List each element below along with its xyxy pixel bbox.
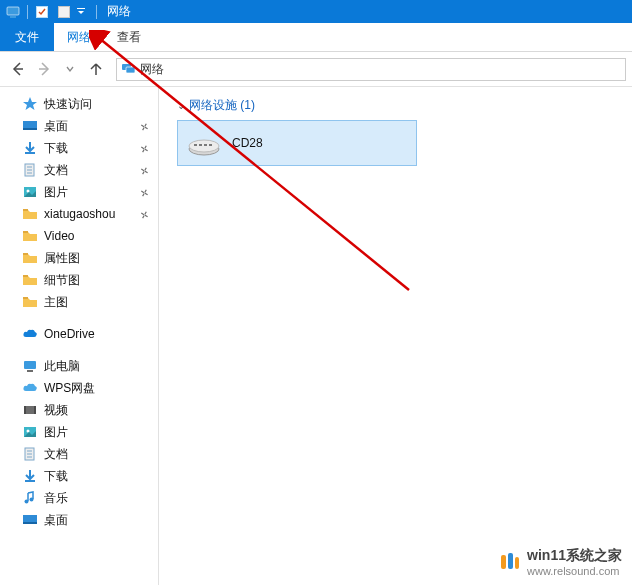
tab-network[interactable]: 网络: [54, 23, 104, 51]
sidebar-item-label: 桌面: [44, 512, 68, 529]
qat-divider: [27, 5, 28, 19]
chevron-down-icon: ⌄: [177, 100, 185, 111]
nav-forward-button[interactable]: [32, 57, 56, 81]
sidebar-item-label: Video: [44, 229, 74, 243]
svg-rect-40: [199, 144, 202, 146]
sidebar-item-music[interactable]: 音乐: [0, 487, 158, 509]
sidebar-item-label: 图片: [44, 184, 68, 201]
sidebar-item-label: 主图: [44, 294, 68, 311]
svg-rect-9: [25, 152, 35, 154]
document-icon: [22, 162, 38, 178]
svg-rect-19: [23, 275, 28, 277]
svg-rect-36: [23, 522, 37, 524]
onedrive-icon: [22, 326, 38, 342]
sidebar-item-pictures2[interactable]: 图片: [0, 421, 158, 443]
qat-properties-button[interactable]: [32, 2, 52, 22]
watermark-text: win11系统之家: [527, 547, 622, 565]
svg-rect-2: [77, 8, 85, 9]
svg-rect-21: [24, 361, 36, 369]
download-icon: [22, 140, 38, 156]
group-header[interactable]: ⌄ 网络设施 (1): [167, 93, 624, 120]
sidebar-item-label: 文档: [44, 162, 68, 179]
router-icon: [186, 129, 222, 157]
svg-rect-44: [501, 555, 506, 569]
svg-rect-16: [23, 209, 28, 211]
svg-rect-8: [23, 128, 37, 130]
qat-customize-dropdown[interactable]: [76, 7, 90, 17]
sidebar-item-label: 细节图: [44, 272, 80, 289]
sidebar-item-downloads[interactable]: 下载 ✛: [0, 137, 158, 159]
sidebar-this-pc[interactable]: 此电脑: [0, 355, 158, 377]
sidebar-item-documents[interactable]: 文档 ✛: [0, 159, 158, 181]
sidebar-item-video-folder[interactable]: Video: [0, 225, 158, 247]
svg-rect-20: [23, 297, 28, 299]
watermark: win11系统之家 www.relsound.com: [499, 547, 622, 577]
nav-recent-dropdown[interactable]: [58, 57, 82, 81]
folder-icon: [22, 272, 38, 288]
address-bar[interactable]: 网络: [116, 58, 626, 81]
sidebar-item-label: xiatugaoshou: [44, 207, 115, 221]
svg-rect-41: [204, 144, 207, 146]
sidebar-item-label: 音乐: [44, 490, 68, 507]
pin-icon: ✛: [138, 141, 150, 155]
sidebar-item-videos[interactable]: 视频: [0, 399, 158, 421]
navigation-pane: 快速访问 桌面 ✛ 下载 ✛ 文档 ✛: [0, 87, 159, 585]
sidebar-item-attribute-folder[interactable]: 属性图: [0, 247, 158, 269]
nav-up-button[interactable]: [84, 57, 108, 81]
address-text: 网络: [140, 61, 164, 78]
title-bar: 网络: [0, 0, 632, 23]
sidebar-onedrive[interactable]: OneDrive: [0, 323, 158, 345]
svg-rect-24: [24, 406, 26, 414]
sidebar-item-xiatugaoshou[interactable]: xiatugaoshou ✛: [0, 203, 158, 225]
network-device-item[interactable]: CD28: [177, 120, 417, 166]
svg-rect-39: [194, 144, 197, 146]
sidebar-item-main-folder[interactable]: 主图: [0, 291, 158, 313]
sidebar-label: 快速访问: [44, 96, 92, 113]
pictures-icon: [22, 424, 38, 440]
document-icon: [22, 446, 38, 462]
sidebar-item-wps[interactable]: WPS网盘: [0, 377, 158, 399]
desktop-icon: [22, 512, 38, 528]
sidebar-item-label: 桌面: [44, 118, 68, 135]
svg-rect-42: [209, 144, 212, 146]
sidebar-item-desktop2[interactable]: 桌面: [0, 509, 158, 531]
folder-icon: [22, 294, 38, 310]
desktop-icon: [22, 118, 38, 134]
svg-rect-22: [27, 370, 33, 372]
video-icon: [22, 402, 38, 418]
tab-view[interactable]: 查看: [104, 23, 154, 51]
watermark-url: www.relsound.com: [527, 565, 622, 577]
content-pane: ⌄ 网络设施 (1) CD28: [159, 87, 632, 585]
music-icon: [22, 490, 38, 506]
sidebar-quick-access[interactable]: 快速访问: [0, 93, 158, 115]
sidebar-item-detail-folder[interactable]: 细节图: [0, 269, 158, 291]
sidebar-item-label: 下载: [44, 140, 68, 157]
qat-newfolder-button[interactable]: [54, 2, 74, 22]
svg-rect-18: [23, 253, 28, 255]
folder-icon: [22, 228, 38, 244]
sidebar-item-label: 属性图: [44, 250, 80, 267]
sidebar-item-label: 图片: [44, 424, 68, 441]
pin-icon: ✛: [138, 163, 150, 177]
sidebar-item-downloads2[interactable]: 下载: [0, 465, 158, 487]
svg-point-27: [27, 430, 30, 433]
sidebar-label: OneDrive: [44, 327, 95, 341]
sidebar-item-desktop[interactable]: 桌面 ✛: [0, 115, 158, 137]
sidebar-item-label: 视频: [44, 402, 68, 419]
nav-row: 网络: [0, 52, 632, 87]
svg-rect-32: [25, 480, 35, 482]
watermark-logo-icon: [499, 551, 521, 573]
sidebar-item-pictures[interactable]: 图片 ✛: [0, 181, 158, 203]
sidebar-item-documents2[interactable]: 文档: [0, 443, 158, 465]
svg-rect-6: [126, 67, 135, 73]
nav-back-button[interactable]: [6, 57, 30, 81]
svg-point-33: [25, 500, 29, 504]
sidebar-label: 此电脑: [44, 358, 80, 375]
svg-rect-0: [7, 7, 19, 15]
cloud-icon: [22, 380, 38, 396]
qat-divider-2: [96, 5, 97, 19]
window-title: 网络: [107, 3, 131, 20]
star-icon: [22, 96, 38, 112]
sidebar-item-label: WPS网盘: [44, 380, 95, 397]
tab-file[interactable]: 文件: [0, 23, 54, 51]
